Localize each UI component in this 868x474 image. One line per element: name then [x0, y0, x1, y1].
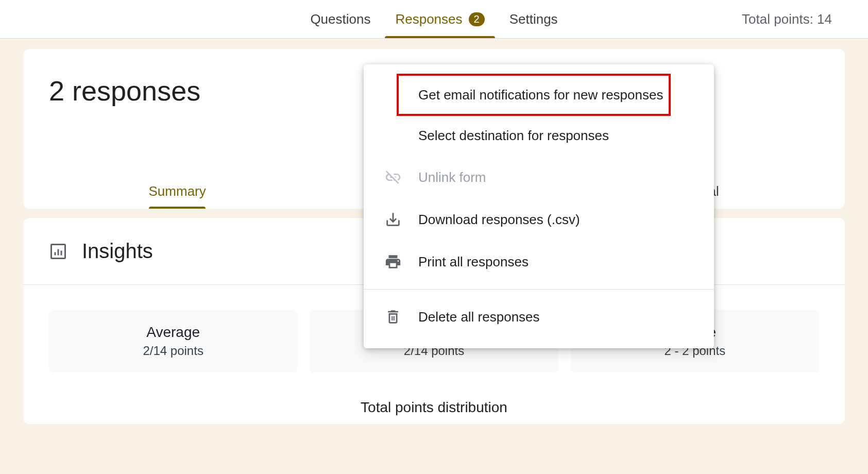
menu-delete-all-label: Delete all responses — [418, 309, 540, 325]
svg-rect-4 — [392, 316, 393, 321]
sub-tab-summary[interactable]: Summary — [49, 174, 305, 209]
trash-icon — [384, 308, 402, 326]
menu-email-notifications[interactable]: Get email notifications for new response… — [364, 75, 714, 115]
total-points-label: Total points: 14 — [742, 11, 832, 27]
stat-average-value: 2/14 points — [59, 344, 287, 358]
menu-delete-all[interactable]: Delete all responses — [364, 296, 714, 338]
tabs-center: Questions Responses 2 Settings — [310, 1, 557, 38]
responses-options-menu: Get email notifications for new response… — [364, 64, 714, 348]
tab-settings[interactable]: Settings — [509, 1, 558, 38]
responses-count-badge: 2 — [469, 12, 485, 26]
tab-responses[interactable]: Responses 2 — [395, 1, 484, 38]
tab-questions[interactable]: Questions — [310, 1, 370, 38]
tab-settings-label: Settings — [509, 11, 558, 27]
unlink-icon — [384, 168, 402, 186]
insights-title: Insights — [82, 240, 153, 263]
stat-average: Average 2/14 points — [49, 310, 297, 373]
sub-tab-summary-label: Summary — [149, 183, 206, 199]
print-icon — [384, 253, 402, 270]
menu-unlink-form: Unlink form — [364, 156, 714, 198]
menu-print-all-label: Print all responses — [418, 254, 529, 270]
menu-download-csv[interactable]: Download responses (.csv) — [364, 198, 714, 241]
menu-select-destination[interactable]: Select destination for responses — [364, 115, 714, 156]
insights-icon — [49, 242, 67, 261]
download-icon — [384, 211, 402, 228]
chart-title: Total points distribution — [23, 383, 845, 416]
tab-questions-label: Questions — [310, 11, 370, 27]
svg-rect-5 — [394, 316, 395, 321]
menu-unlink-form-label: Unlink form — [418, 170, 486, 185]
menu-print-all[interactable]: Print all responses — [364, 241, 714, 283]
menu-download-csv-label: Download responses (.csv) — [418, 212, 580, 228]
menu-divider — [364, 289, 714, 290]
menu-select-destination-label: Select destination for responses — [418, 128, 609, 144]
tab-responses-label: Responses — [395, 11, 462, 27]
top-tab-bar: Questions Responses 2 Settings Total poi… — [0, 0, 868, 39]
menu-email-notifications-label: Get email notifications for new response… — [418, 87, 663, 103]
stat-average-label: Average — [59, 324, 287, 341]
